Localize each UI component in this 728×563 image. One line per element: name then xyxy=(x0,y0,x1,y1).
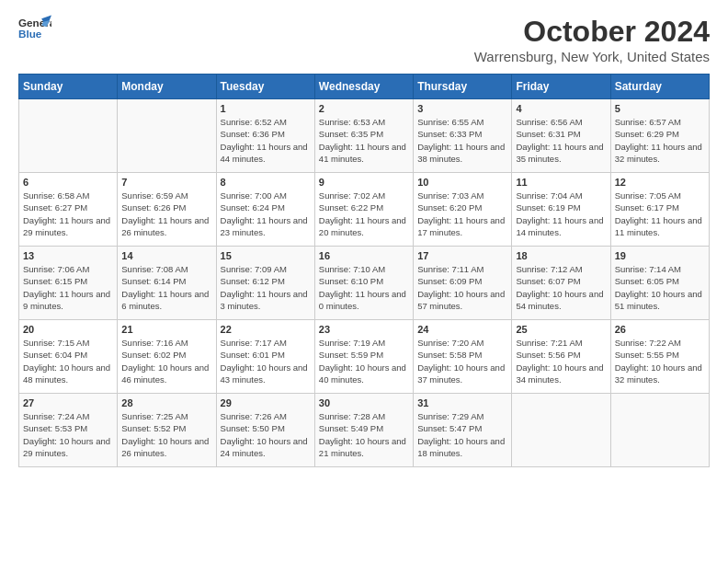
cell-sun-info: Sunrise: 6:53 AM Sunset: 6:35 PM Dayligh… xyxy=(319,116,409,165)
day-number: 28 xyxy=(121,397,211,408)
day-number: 23 xyxy=(319,324,409,335)
cell-sun-info: Sunrise: 6:59 AM Sunset: 6:26 PM Dayligh… xyxy=(121,190,211,238)
calendar-cell: 11Sunrise: 7:04 AM Sunset: 6:19 PM Dayli… xyxy=(512,173,610,247)
day-number: 8 xyxy=(221,177,311,188)
day-number: 11 xyxy=(516,177,606,188)
calendar-cell: 5Sunrise: 6:57 AM Sunset: 6:29 PM Daylig… xyxy=(610,99,709,173)
calendar-cell: 7Sunrise: 6:59 AM Sunset: 6:26 PM Daylig… xyxy=(118,173,216,247)
calendar-cell: 2Sunrise: 6:53 AM Sunset: 6:35 PM Daylig… xyxy=(314,99,413,173)
calendar-cell: 17Sunrise: 7:11 AM Sunset: 6:09 PM Dayli… xyxy=(414,247,512,320)
day-number: 3 xyxy=(417,103,507,114)
cell-sun-info: Sunrise: 7:14 AM Sunset: 6:05 PM Dayligh… xyxy=(615,263,705,312)
header: General Blue October 2024 Warrensburg, N… xyxy=(18,15,710,64)
calendar-cell: 12Sunrise: 7:05 AM Sunset: 6:17 PM Dayli… xyxy=(610,173,709,247)
day-number: 13 xyxy=(23,250,113,261)
cell-sun-info: Sunrise: 7:04 AM Sunset: 6:19 PM Dayligh… xyxy=(516,190,606,238)
calendar-cell: 27Sunrise: 7:24 AM Sunset: 5:53 PM Dayli… xyxy=(19,394,118,467)
location-title: Warrensburg, New York, United States xyxy=(474,49,710,64)
cell-sun-info: Sunrise: 7:03 AM Sunset: 6:20 PM Dayligh… xyxy=(417,190,507,238)
day-number: 19 xyxy=(615,250,705,261)
week-row-2: 6Sunrise: 6:58 AM Sunset: 6:27 PM Daylig… xyxy=(19,173,710,247)
day-header-sunday: Sunday xyxy=(19,75,118,99)
day-number: 22 xyxy=(221,324,311,335)
day-number: 20 xyxy=(23,324,113,335)
calendar-cell: 4Sunrise: 6:56 AM Sunset: 6:31 PM Daylig… xyxy=(512,99,610,173)
cell-sun-info: Sunrise: 7:17 AM Sunset: 6:01 PM Dayligh… xyxy=(221,337,311,385)
calendar-cell xyxy=(19,99,118,173)
cell-sun-info: Sunrise: 7:19 AM Sunset: 5:59 PM Dayligh… xyxy=(319,337,409,385)
calendar-cell: 30Sunrise: 7:28 AM Sunset: 5:49 PM Dayli… xyxy=(314,394,413,467)
day-number: 5 xyxy=(615,103,705,114)
logo: General Blue xyxy=(18,15,51,42)
calendar-cell xyxy=(118,99,216,173)
cell-sun-info: Sunrise: 7:24 AM Sunset: 5:53 PM Dayligh… xyxy=(23,410,113,459)
day-number: 29 xyxy=(221,397,311,408)
day-header-tuesday: Tuesday xyxy=(216,75,314,99)
day-number: 17 xyxy=(417,250,507,261)
day-header-saturday: Saturday xyxy=(610,75,709,99)
cell-sun-info: Sunrise: 7:26 AM Sunset: 5:50 PM Dayligh… xyxy=(221,410,311,459)
day-number: 6 xyxy=(23,177,113,188)
calendar-cell: 20Sunrise: 7:15 AM Sunset: 6:04 PM Dayli… xyxy=(19,320,118,394)
day-number: 31 xyxy=(417,397,507,408)
calendar-cell: 23Sunrise: 7:19 AM Sunset: 5:59 PM Dayli… xyxy=(314,320,413,394)
cell-sun-info: Sunrise: 7:29 AM Sunset: 5:47 PM Dayligh… xyxy=(417,410,507,459)
cell-sun-info: Sunrise: 7:20 AM Sunset: 5:58 PM Dayligh… xyxy=(417,337,507,385)
calendar-cell: 19Sunrise: 7:14 AM Sunset: 6:05 PM Dayli… xyxy=(610,247,709,320)
calendar-cell: 16Sunrise: 7:10 AM Sunset: 6:10 PM Dayli… xyxy=(314,247,413,320)
days-header-row: SundayMondayTuesdayWednesdayThursdayFrid… xyxy=(19,75,710,99)
cell-sun-info: Sunrise: 7:28 AM Sunset: 5:49 PM Dayligh… xyxy=(319,410,409,459)
cell-sun-info: Sunrise: 6:58 AM Sunset: 6:27 PM Dayligh… xyxy=(23,190,113,238)
day-number: 7 xyxy=(121,177,211,188)
cell-sun-info: Sunrise: 7:08 AM Sunset: 6:14 PM Dayligh… xyxy=(121,263,211,312)
day-number: 21 xyxy=(121,324,211,335)
cell-sun-info: Sunrise: 6:55 AM Sunset: 6:33 PM Dayligh… xyxy=(417,116,507,165)
day-number: 2 xyxy=(319,103,409,114)
title-area: October 2024 Warrensburg, New York, Unit… xyxy=(474,15,710,64)
month-title: October 2024 xyxy=(474,15,710,49)
day-number: 25 xyxy=(516,324,606,335)
day-header-friday: Friday xyxy=(512,75,610,99)
calendar-cell: 3Sunrise: 6:55 AM Sunset: 6:33 PM Daylig… xyxy=(414,99,512,173)
calendar-cell xyxy=(512,394,610,467)
day-number: 30 xyxy=(319,397,409,408)
day-number: 10 xyxy=(417,177,507,188)
cell-sun-info: Sunrise: 6:52 AM Sunset: 6:36 PM Dayligh… xyxy=(221,116,311,165)
logo-icon: General Blue xyxy=(18,15,51,42)
calendar-cell: 9Sunrise: 7:02 AM Sunset: 6:22 PM Daylig… xyxy=(314,173,413,247)
calendar-cell: 18Sunrise: 7:12 AM Sunset: 6:07 PM Dayli… xyxy=(512,247,610,320)
cell-sun-info: Sunrise: 7:12 AM Sunset: 6:07 PM Dayligh… xyxy=(516,263,606,312)
calendar-cell: 31Sunrise: 7:29 AM Sunset: 5:47 PM Dayli… xyxy=(414,394,512,467)
day-number: 14 xyxy=(121,250,211,261)
calendar-cell: 6Sunrise: 6:58 AM Sunset: 6:27 PM Daylig… xyxy=(19,173,118,247)
week-row-4: 20Sunrise: 7:15 AM Sunset: 6:04 PM Dayli… xyxy=(19,320,710,394)
day-number: 12 xyxy=(615,177,705,188)
day-number: 16 xyxy=(319,250,409,261)
svg-text:Blue: Blue xyxy=(18,28,42,40)
calendar-cell: 24Sunrise: 7:20 AM Sunset: 5:58 PM Dayli… xyxy=(414,320,512,394)
day-header-thursday: Thursday xyxy=(414,75,512,99)
calendar-cell: 15Sunrise: 7:09 AM Sunset: 6:12 PM Dayli… xyxy=(216,247,314,320)
calendar-cell: 21Sunrise: 7:16 AM Sunset: 6:02 PM Dayli… xyxy=(118,320,216,394)
cell-sun-info: Sunrise: 7:00 AM Sunset: 6:24 PM Dayligh… xyxy=(221,190,311,238)
day-number: 18 xyxy=(516,250,606,261)
cell-sun-info: Sunrise: 7:05 AM Sunset: 6:17 PM Dayligh… xyxy=(615,190,705,238)
day-header-wednesday: Wednesday xyxy=(314,75,413,99)
cell-sun-info: Sunrise: 7:22 AM Sunset: 5:55 PM Dayligh… xyxy=(615,337,705,385)
calendar-table: SundayMondayTuesdayWednesdayThursdayFrid… xyxy=(18,74,710,467)
calendar-cell: 25Sunrise: 7:21 AM Sunset: 5:56 PM Dayli… xyxy=(512,320,610,394)
calendar-cell xyxy=(610,394,709,467)
week-row-1: 1Sunrise: 6:52 AM Sunset: 6:36 PM Daylig… xyxy=(19,99,710,173)
cell-sun-info: Sunrise: 6:56 AM Sunset: 6:31 PM Dayligh… xyxy=(516,116,606,165)
day-number: 4 xyxy=(516,103,606,114)
calendar-cell: 14Sunrise: 7:08 AM Sunset: 6:14 PM Dayli… xyxy=(118,247,216,320)
cell-sun-info: Sunrise: 7:06 AM Sunset: 6:15 PM Dayligh… xyxy=(23,263,113,312)
calendar-cell: 26Sunrise: 7:22 AM Sunset: 5:55 PM Dayli… xyxy=(610,320,709,394)
calendar-cell: 13Sunrise: 7:06 AM Sunset: 6:15 PM Dayli… xyxy=(19,247,118,320)
calendar-cell: 10Sunrise: 7:03 AM Sunset: 6:20 PM Dayli… xyxy=(414,173,512,247)
cell-sun-info: Sunrise: 7:16 AM Sunset: 6:02 PM Dayligh… xyxy=(121,337,211,385)
cell-sun-info: Sunrise: 7:09 AM Sunset: 6:12 PM Dayligh… xyxy=(221,263,311,312)
calendar-cell: 29Sunrise: 7:26 AM Sunset: 5:50 PM Dayli… xyxy=(216,394,314,467)
week-row-5: 27Sunrise: 7:24 AM Sunset: 5:53 PM Dayli… xyxy=(19,394,710,467)
day-number: 15 xyxy=(221,250,311,261)
